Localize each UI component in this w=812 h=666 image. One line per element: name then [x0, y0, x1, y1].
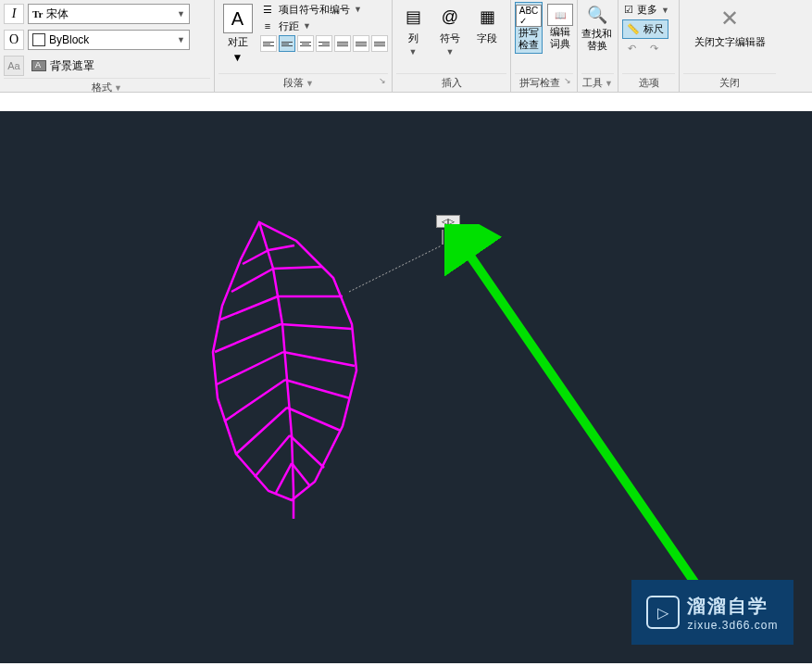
bullets-label: 项目符号和编号 — [279, 3, 350, 17]
dialog-launcher-icon[interactable]: ↘ — [379, 76, 386, 85]
insert-group: ▤ 列 ▼ @ 符号 ▼ ▦ 字段 插入 — [393, 0, 511, 92]
line-spacing-icon: ≡ — [260, 19, 275, 33]
justify-icon: A — [223, 4, 253, 33]
truetype-icon: Tr — [32, 8, 43, 19]
field-icon: ▦ — [474, 4, 500, 30]
italic-button[interactable]: I — [4, 4, 24, 24]
tools-title-text: 工具 — [582, 77, 603, 88]
search-icon: 🔍 — [584, 2, 610, 28]
svg-line-0 — [349, 245, 442, 292]
options-group-title: 选项 — [622, 73, 675, 92]
line-spacing-button[interactable]: ≡ 行距 ▼ — [260, 19, 388, 33]
align-default-button[interactable] — [260, 35, 277, 52]
symbol-button[interactable]: @ 符号 ▼ — [433, 2, 467, 58]
dictionary-icon: 📖 — [547, 4, 573, 26]
close-group-title: 关闭 — [683, 73, 776, 92]
font-dropdown[interactable]: Tr宋体 ▼ — [28, 4, 190, 24]
ruler-toggle[interactable]: 📏 标尺 — [622, 19, 668, 39]
format-group-title: 格式▼ — [4, 78, 210, 96]
redo-button[interactable]: ↷ — [644, 41, 663, 56]
text-cursor — [442, 230, 443, 245]
bg-mask-label: 背景遮罩 — [50, 58, 94, 74]
chevron-down-icon: ▼ — [177, 35, 185, 44]
spellcheck-title-text: 拼写检查 — [519, 77, 560, 88]
align-full-button[interactable] — [371, 35, 388, 52]
columns-icon: ▤ — [400, 4, 426, 30]
ruler-label: 标尺 — [643, 22, 664, 36]
undo-button[interactable]: ↶ — [622, 41, 641, 56]
chevron-down-icon: ▼ — [232, 51, 244, 64]
logo-cn-text: 溜溜自学 — [687, 594, 778, 619]
chevron-down-icon[interactable]: ▼ — [306, 79, 314, 88]
align-right-button[interactable] — [316, 35, 332, 52]
field-label: 字段 — [477, 31, 497, 45]
spellcheck-button[interactable]: ABC✓ 拼写检查 — [515, 2, 543, 54]
more-button[interactable]: ☑ 更多 ▼ — [622, 2, 671, 18]
line-spacing-label: 行距 — [279, 19, 299, 33]
chevron-down-icon[interactable]: ▼ — [114, 83, 122, 93]
spellcheck-icon: ABC✓ — [516, 5, 542, 27]
font-name: 宋体 — [46, 6, 69, 22]
format-title-text: 格式 — [92, 82, 112, 93]
find-replace-label: 查找和替换 — [581, 28, 612, 52]
find-replace-button[interactable]: 🔍 查找和替换 — [581, 2, 612, 52]
spellcheck-group-title: 拼写检查↘ — [515, 73, 573, 92]
edit-dictionary-button[interactable]: 📖 编辑词典 — [546, 2, 573, 52]
mask-icon — [31, 60, 46, 71]
justify-button[interactable]: A 对正 ▼ — [219, 2, 256, 66]
format-row-2: O ByBlock ▼ — [4, 30, 190, 50]
columns-button[interactable]: ▤ 列 ▼ — [396, 2, 430, 58]
leaf-drawing — [204, 213, 370, 528]
paragraph-title-text: 段落 — [283, 77, 304, 88]
format-row-1: I Tr宋体 ▼ — [4, 4, 190, 24]
chevron-down-icon: ▼ — [354, 5, 362, 14]
drawing-canvas[interactable]: ◁▷ ▷ 溜溜自学 zixue.3d66.com — [0, 111, 812, 663]
align-left-button[interactable] — [279, 35, 295, 52]
color-dropdown[interactable]: ByBlock ▼ — [28, 30, 190, 50]
chevron-down-icon: ▼ — [303, 21, 311, 31]
play-icon: ▷ — [646, 596, 680, 629]
dialog-launcher-icon[interactable]: ↘ — [564, 76, 571, 85]
svg-line-2 — [461, 243, 722, 622]
tools-group-title: 工具▼ — [581, 73, 614, 92]
close-editor-button[interactable]: ✕ 关闭文字编辑器 — [694, 2, 766, 49]
background-mask-button[interactable]: 背景遮罩 — [28, 57, 98, 76]
ribbon: I Tr宋体 ▼ O ByBlock ▼ Aa 背景遮罩 — [0, 0, 812, 93]
bullets-icon: ☰ — [260, 2, 275, 17]
align-center-button[interactable] — [297, 35, 314, 52]
insert-title-text: 插入 — [442, 77, 462, 88]
watermark-logo: ▷ 溜溜自学 zixue.3d66.com — [631, 580, 793, 645]
close-group: ✕ 关闭文字编辑器 关闭 — [680, 0, 780, 92]
chevron-down-icon: ▼ — [446, 47, 455, 57]
ruler-icon: 📏 — [627, 23, 640, 35]
chevron-down-icon: ▼ — [409, 47, 418, 57]
alignment-row — [260, 35, 388, 52]
options-group: ☑ 更多 ▼ 📏 标尺 ↶ ↷ 选项 — [618, 0, 680, 92]
paragraph-group-title: 段落▼↘ — [219, 73, 388, 92]
insert-group-title: 插入 — [396, 73, 506, 92]
spellcheck-label: 拼写检查 — [518, 27, 539, 51]
align-justify-button[interactable] — [334, 35, 351, 52]
edit-dict-label: 编辑词典 — [550, 26, 570, 50]
more-icon: ☑ — [624, 4, 633, 16]
format-group: I Tr宋体 ▼ O ByBlock ▼ Aa 背景遮罩 — [0, 0, 215, 92]
spellcheck-group: ABC✓ 拼写检查 📖 编辑词典 拼写检查↘ — [511, 0, 578, 92]
tools-group: 🔍 查找和替换 工具▼ — [578, 0, 618, 92]
justify-label: 对正 — [228, 35, 248, 49]
field-button[interactable]: ▦ 字段 — [470, 2, 504, 47]
close-icon: ✕ — [720, 6, 739, 31]
close-title-text: 关闭 — [719, 77, 740, 88]
symbol-label: 符号 — [440, 31, 460, 45]
annotation-button[interactable]: Aa — [4, 56, 24, 76]
bullets-button[interactable]: ☰ 项目符号和编号 ▼ — [260, 2, 388, 17]
symbol-icon: @ — [437, 4, 463, 30]
chevron-down-icon: ▼ — [177, 9, 185, 19]
close-label: 关闭文字编辑器 — [694, 35, 766, 49]
columns-label: 列 — [408, 31, 418, 45]
more-label: 更多 — [637, 3, 657, 17]
overline-button[interactable]: O — [4, 30, 24, 50]
chevron-down-icon[interactable]: ▼ — [605, 79, 613, 88]
options-title-text: 选项 — [639, 77, 659, 88]
align-distribute-button[interactable] — [353, 35, 369, 52]
format-row-3: Aa 背景遮罩 — [4, 56, 98, 76]
